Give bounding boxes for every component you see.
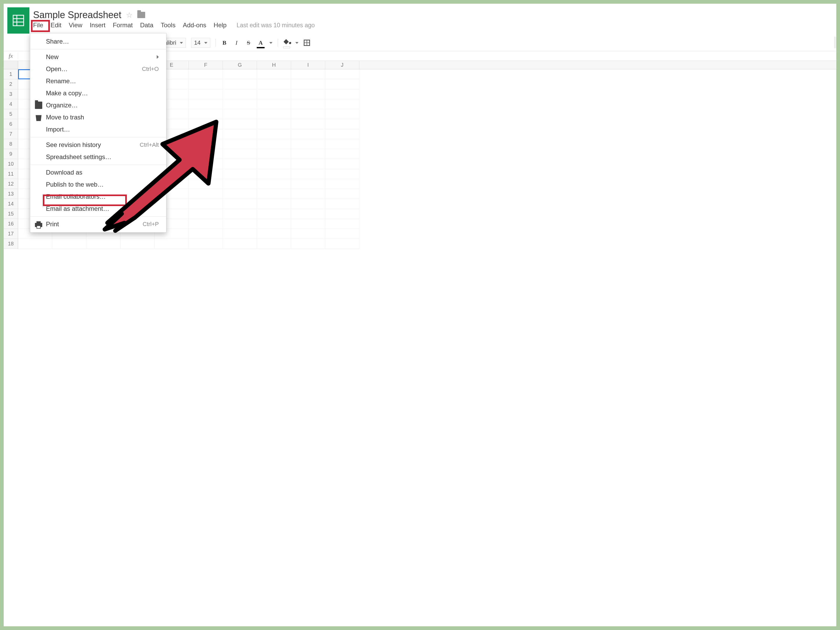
row-header[interactable]: 17 xyxy=(4,229,18,239)
cell[interactable] xyxy=(189,79,223,89)
row-header[interactable]: 16 xyxy=(4,219,18,229)
chevron-down-icon[interactable] xyxy=(295,42,298,44)
cell[interactable] xyxy=(257,99,291,109)
cell[interactable] xyxy=(86,239,120,249)
row-header[interactable]: 11 xyxy=(4,169,18,179)
cell[interactable] xyxy=(189,229,223,239)
chevron-down-icon[interactable] xyxy=(269,42,273,44)
cell[interactable] xyxy=(257,189,291,199)
cell[interactable] xyxy=(291,119,325,129)
fx-icon[interactable]: fx xyxy=(4,52,18,59)
fill-color-button[interactable] xyxy=(283,39,290,46)
cell[interactable] xyxy=(291,149,325,159)
star-icon[interactable]: ☆ xyxy=(126,11,133,19)
menu-item-open[interactable]: Open… Ctrl+O xyxy=(30,63,166,75)
font-size-selector[interactable]: 14 xyxy=(191,38,210,48)
cell[interactable] xyxy=(257,149,291,159)
cell[interactable] xyxy=(325,79,336,89)
cell[interactable] xyxy=(257,139,291,149)
cell[interactable] xyxy=(325,99,336,109)
cell[interactable] xyxy=(189,89,223,99)
select-all-corner[interactable] xyxy=(4,61,18,69)
cell[interactable] xyxy=(223,179,257,189)
cell[interactable] xyxy=(223,139,257,149)
italic-button[interactable]: I xyxy=(233,39,240,46)
bold-button[interactable]: B xyxy=(221,39,228,46)
cell[interactable] xyxy=(325,169,336,179)
cell[interactable] xyxy=(291,169,325,179)
cell[interactable] xyxy=(291,79,325,89)
cell[interactable] xyxy=(223,129,257,139)
cell[interactable] xyxy=(291,239,325,249)
cell[interactable] xyxy=(189,199,223,209)
menu-file[interactable]: File xyxy=(33,22,43,29)
cell[interactable] xyxy=(120,239,155,249)
menu-item-email-as-attachment[interactable]: Email as attachment… xyxy=(30,203,166,215)
menu-item-import[interactable]: Import… xyxy=(30,123,166,136)
cell[interactable] xyxy=(223,119,257,129)
cell[interactable] xyxy=(325,229,336,239)
cell[interactable] xyxy=(189,109,223,119)
document-title[interactable]: Sample Spreadsheet xyxy=(33,9,121,21)
cell[interactable] xyxy=(223,149,257,159)
cell[interactable] xyxy=(52,239,86,249)
menu-edit[interactable]: Edit xyxy=(51,22,62,29)
cell[interactable] xyxy=(257,159,291,169)
menu-item-publish-to-web[interactable]: Publish to the web… xyxy=(30,178,166,191)
cell[interactable] xyxy=(189,99,223,109)
cell[interactable] xyxy=(189,159,223,169)
cell[interactable] xyxy=(18,239,52,249)
menu-item-make-copy[interactable]: Make a copy… xyxy=(30,87,166,99)
cell[interactable] xyxy=(325,69,336,79)
menu-item-revision-history[interactable]: See revision history Ctrl+Alt xyxy=(30,139,166,151)
strikethrough-button[interactable]: S xyxy=(245,39,252,46)
column-header[interactable]: G xyxy=(223,61,257,69)
row-header[interactable]: 5 xyxy=(4,109,18,119)
row-header[interactable]: 1 xyxy=(4,69,18,79)
cell[interactable] xyxy=(291,129,325,139)
menu-item-email-collaborators[interactable]: Email collaborators… xyxy=(30,191,166,203)
cell[interactable] xyxy=(291,179,325,189)
menu-item-download-as[interactable]: Download as xyxy=(30,166,166,178)
cell[interactable] xyxy=(291,159,325,169)
cell[interactable] xyxy=(189,169,223,179)
menu-item-print[interactable]: Print Ctrl+P xyxy=(30,218,166,230)
cell[interactable] xyxy=(257,169,291,179)
cell[interactable] xyxy=(223,89,257,99)
cell[interactable] xyxy=(291,139,325,149)
last-edit-status[interactable]: Last edit was 10 minutes ago xyxy=(237,22,315,29)
cell[interactable] xyxy=(223,109,257,119)
row-header[interactable]: 4 xyxy=(4,99,18,109)
cell[interactable] xyxy=(291,189,325,199)
cell[interactable] xyxy=(291,99,325,109)
menu-help[interactable]: Help xyxy=(214,22,227,29)
cell[interactable] xyxy=(223,189,257,199)
menu-item-share[interactable]: Share… xyxy=(30,35,166,47)
cell[interactable] xyxy=(325,119,336,129)
menu-insert[interactable]: Insert xyxy=(90,22,106,29)
cell[interactable] xyxy=(325,209,336,219)
cell[interactable] xyxy=(291,219,325,229)
cell[interactable] xyxy=(189,209,223,219)
cell[interactable] xyxy=(257,229,291,239)
cell[interactable] xyxy=(325,129,336,139)
folder-icon[interactable] xyxy=(137,12,145,18)
column-header[interactable]: H xyxy=(257,61,291,69)
menu-format[interactable]: Format xyxy=(113,22,133,29)
cell[interactable] xyxy=(325,189,336,199)
cell[interactable] xyxy=(257,179,291,189)
cell[interactable] xyxy=(291,89,325,99)
borders-button[interactable] xyxy=(304,39,310,46)
row-header[interactable]: 12 xyxy=(4,179,18,189)
cell[interactable] xyxy=(223,229,257,239)
cell[interactable] xyxy=(291,109,325,119)
row-header[interactable]: 8 xyxy=(4,139,18,149)
cell[interactable] xyxy=(189,189,223,199)
menu-item-rename[interactable]: Rename… xyxy=(30,75,166,87)
cell[interactable] xyxy=(223,169,257,179)
row-header[interactable]: 2 xyxy=(4,79,18,89)
column-header[interactable]: F xyxy=(189,61,223,69)
cell[interactable] xyxy=(325,219,336,229)
menu-item-new[interactable]: New xyxy=(30,51,166,63)
cell[interactable] xyxy=(257,239,291,249)
